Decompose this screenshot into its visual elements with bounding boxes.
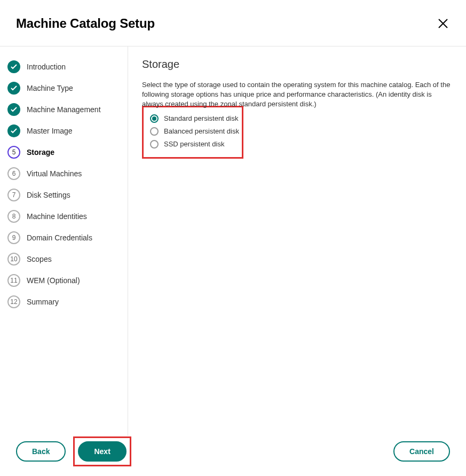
step-number-icon: 7 — [7, 189, 20, 201]
step-number-icon: 8 — [7, 210, 20, 223]
step-virtual-machines[interactable]: 6 Virtual Machines — [7, 163, 122, 184]
close-icon — [438, 19, 448, 28]
step-machine-identities[interactable]: 8 Machine Identities — [7, 206, 122, 227]
check-icon — [7, 82, 20, 95]
back-button[interactable]: Back — [16, 441, 66, 462]
radio-icon — [150, 140, 159, 149]
radio-standard-persistent-disk[interactable]: Standard persistent disk — [150, 112, 235, 125]
step-summary[interactable]: 12 Summary — [7, 291, 122, 313]
main-content: Storage Select the type of storage used … — [128, 46, 466, 436]
page-description: Select the type of storage used to conta… — [142, 80, 451, 110]
step-label: Machine Type — [27, 84, 73, 92]
step-storage[interactable]: 5 Storage — [7, 142, 122, 163]
next-button[interactable]: Next — [78, 441, 126, 462]
radio-label: Standard persistent disk — [164, 114, 238, 122]
cancel-button[interactable]: Cancel — [393, 441, 450, 462]
check-icon — [7, 103, 20, 116]
step-number-icon: 9 — [7, 231, 20, 244]
step-label: Scopes — [27, 255, 52, 263]
step-scopes[interactable]: 10 Scopes — [7, 248, 122, 270]
step-label: Introduction — [27, 63, 66, 71]
check-icon — [7, 124, 20, 137]
step-domain-credentials[interactable]: 9 Domain Credentials — [7, 227, 122, 248]
radio-icon — [150, 127, 159, 136]
dialog-body: Introduction Machine Type Machine Manage… — [0, 46, 466, 436]
close-button[interactable] — [436, 17, 450, 30]
step-label: WEM (Optional) — [27, 276, 80, 285]
page-heading: Storage — [142, 58, 451, 71]
step-machine-type[interactable]: Machine Type — [7, 77, 122, 99]
step-label: Storage — [27, 148, 54, 157]
step-label: Machine Identities — [27, 212, 87, 221]
step-introduction[interactable]: Introduction — [7, 56, 122, 77]
radio-label: Balanced persistent disk — [164, 127, 239, 135]
step-number-icon: 5 — [7, 146, 20, 159]
radio-icon — [150, 114, 159, 123]
step-disk-settings[interactable]: 7 Disk Settings — [7, 184, 122, 206]
step-label: Summary — [27, 298, 59, 306]
step-number-icon: 10 — [7, 253, 20, 266]
dialog-header: Machine Catalog Setup — [0, 0, 466, 46]
step-number-icon: 6 — [7, 167, 20, 180]
radio-label: SSD persistent disk — [164, 140, 224, 148]
step-number-icon: 12 — [7, 295, 20, 308]
step-master-image[interactable]: Master Image — [7, 120, 122, 142]
step-number-icon: 11 — [7, 274, 20, 287]
wizard-sidebar: Introduction Machine Type Machine Manage… — [0, 46, 128, 436]
step-label: Master Image — [27, 127, 73, 135]
storage-options-highlight: Standard persistent disk Balanced persis… — [142, 106, 243, 159]
radio-balanced-persistent-disk[interactable]: Balanced persistent disk — [150, 125, 235, 138]
next-button-highlight: Next — [73, 436, 131, 466]
step-label: Machine Management — [27, 105, 101, 114]
step-wem-optional[interactable]: 11 WEM (Optional) — [7, 270, 122, 291]
step-label: Domain Credentials — [27, 233, 92, 242]
dialog-footer: Back Next Cancel — [0, 436, 466, 466]
step-machine-management[interactable]: Machine Management — [7, 99, 122, 120]
step-label: Virtual Machines — [27, 169, 82, 178]
radio-ssd-persistent-disk[interactable]: SSD persistent disk — [150, 138, 235, 151]
check-icon — [7, 60, 20, 73]
step-label: Disk Settings — [27, 191, 70, 199]
dialog-title: Machine Catalog Setup — [16, 16, 155, 31]
